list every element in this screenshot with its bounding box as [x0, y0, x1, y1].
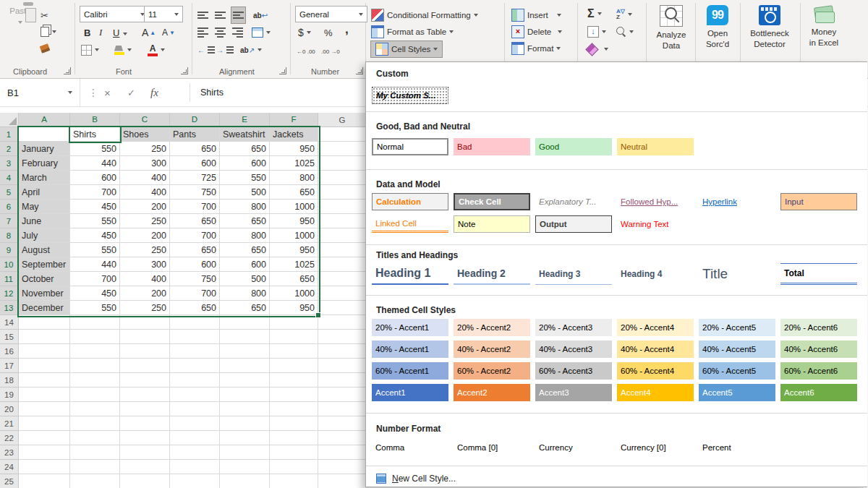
grid-cell-F8[interactable]: 1000 — [270, 228, 318, 243]
grid-cell-E24[interactable] — [220, 460, 270, 474]
cell-style-heading-3[interactable]: Heading 3 — [535, 263, 612, 285]
grid-cell-G24[interactable] — [318, 460, 367, 474]
grid-cell-D24[interactable] — [170, 460, 220, 474]
cell-style-warning-text[interactable]: Warning Text — [617, 215, 694, 233]
cell-style-followed-hyp-[interactable]: Followed Hyp... — [617, 193, 694, 210]
cell-style-60-accent3[interactable]: 60% - Accent3 — [535, 362, 612, 380]
cell-style-60-accent4[interactable]: 60% - Accent4 — [617, 362, 694, 380]
grid-cell-D17[interactable] — [170, 359, 220, 373]
grid-cell-E21[interactable] — [220, 416, 270, 431]
row-header-4[interactable]: 4 — [0, 171, 19, 185]
delete-button[interactable]: × Delete — [511, 24, 562, 40]
row-header-19[interactable]: 19 — [0, 388, 19, 402]
grid-cell-C21[interactable] — [120, 416, 170, 431]
open-sorcd-button[interactable]: 99 Open Sorc'd — [697, 4, 739, 50]
grid-cell-A24[interactable] — [19, 460, 70, 474]
grid-cell-C9[interactable]: 250 — [120, 243, 170, 257]
grid-cell-E6[interactable]: 800 — [220, 200, 270, 214]
sort-filter-button[interactable]: A▽Z — [616, 7, 632, 22]
cell-style-currency[interactable]: Currency — [535, 439, 612, 456]
bold-button[interactable]: B — [84, 25, 90, 40]
row-header-18[interactable]: 18 — [0, 373, 19, 388]
cell-style-40-accent1[interactable]: 40% - Accent1 — [372, 341, 448, 358]
row-header-1[interactable]: 1 — [0, 127, 19, 142]
cell-style-accent4[interactable]: Accent4 — [617, 384, 694, 401]
row-header-24[interactable]: 24 — [0, 460, 19, 474]
grid-cell-A22[interactable] — [19, 431, 70, 445]
cell-style-explanatory-t-[interactable]: Explanatory T... — [535, 193, 612, 210]
fill-handle[interactable] — [315, 312, 321, 318]
grid-cell-C17[interactable] — [120, 359, 170, 373]
row-header-14[interactable]: 14 — [0, 315, 19, 330]
grid-cell-F3[interactable]: 1025 — [270, 156, 318, 171]
row-header-20[interactable]: 20 — [0, 402, 19, 416]
borders-button[interactable] — [81, 42, 99, 58]
grid-cell-E5[interactable]: 500 — [220, 185, 270, 200]
grid-cell-E7[interactable]: 650 — [220, 214, 270, 228]
italic-button[interactable]: I — [99, 25, 102, 40]
grid-cell-A5[interactable]: April — [19, 185, 70, 200]
cell-style-output[interactable]: Output — [535, 215, 612, 233]
grid-cell-E15[interactable] — [220, 330, 270, 344]
grid-cell-A19[interactable] — [19, 388, 70, 402]
grid-cell-F25[interactable] — [270, 474, 318, 488]
center-button[interactable] — [215, 25, 226, 40]
grid-cell-F21[interactable] — [270, 416, 318, 431]
grid-cell-A15[interactable] — [19, 330, 70, 344]
new-cell-style-item[interactable]: New Cell Style... — [376, 471, 867, 487]
grid-cell-B15[interactable] — [70, 330, 120, 344]
grid-cell-E2[interactable]: 650 — [220, 142, 270, 156]
grid-cell-G11[interactable] — [318, 272, 367, 286]
grid-cell-A1[interactable] — [19, 127, 70, 142]
grid-cell-F12[interactable]: 1000 — [270, 286, 318, 301]
percent-button[interactable]: % — [324, 25, 333, 40]
insert-button[interactable]: Insert — [511, 7, 561, 23]
cell-style-20-accent2[interactable]: 20% - Accent2 — [454, 319, 530, 336]
grid-cell-A10[interactable]: September — [19, 257, 70, 272]
cell-style-heading-1[interactable]: Heading 1 — [372, 263, 448, 285]
grid-cell-C15[interactable] — [120, 330, 170, 344]
grid-cell-A3[interactable]: February — [19, 156, 70, 171]
grid-cell-A4[interactable]: March — [19, 171, 70, 185]
cell-style-heading-4[interactable]: Heading 4 — [617, 263, 694, 285]
grid-cell-D22[interactable] — [170, 431, 220, 445]
grid-cell-E4[interactable]: 550 — [220, 171, 270, 185]
grid-cell-A25[interactable] — [19, 474, 70, 488]
grid-cell-E10[interactable]: 600 — [220, 257, 270, 272]
cell-style-calculation[interactable]: Calculation — [372, 193, 448, 210]
grid-cell-F7[interactable]: 950 — [270, 214, 318, 228]
grid-cell-D9[interactable]: 650 — [170, 243, 220, 257]
cell-style-total[interactable]: Total — [780, 263, 857, 285]
autosum-button[interactable]: Σ — [587, 6, 602, 22]
grid-cell-E16[interactable] — [220, 344, 270, 359]
cell-style-40-accent4[interactable]: 40% - Accent4 — [617, 341, 694, 358]
cell-style-linked-cell[interactable]: Linked Cell — [372, 215, 448, 233]
cell-style-comma-0-[interactable]: Comma [0] — [454, 439, 530, 456]
grid-cell-E14[interactable] — [220, 315, 270, 330]
grid-cell-D16[interactable] — [170, 344, 220, 359]
grid-cell-G21[interactable] — [318, 416, 367, 431]
row-header-2[interactable]: 2 — [0, 142, 19, 156]
align-left-button[interactable] — [197, 25, 208, 40]
grid-cell-F23[interactable] — [270, 445, 318, 460]
grid-cell-F20[interactable] — [270, 402, 318, 416]
grid-cell-D1[interactable]: Pants — [170, 127, 220, 142]
grid-cell-B11[interactable]: 700 — [70, 272, 120, 286]
grid-cell-B8[interactable]: 450 — [70, 228, 120, 243]
grid-cell-G6[interactable] — [318, 200, 367, 214]
grow-font-button[interactable]: A▲ — [142, 25, 156, 40]
number-format-combo[interactable]: General — [295, 6, 367, 22]
grid-cell-B25[interactable] — [70, 474, 120, 488]
cell-style-40-accent2[interactable]: 40% - Accent2 — [454, 341, 530, 358]
clipboard-dialog-launcher-icon[interactable] — [64, 67, 71, 74]
comma-style-button[interactable]: , — [345, 22, 349, 38]
grid-cell-E22[interactable] — [220, 431, 270, 445]
grid-cell-F17[interactable] — [270, 359, 318, 373]
grid-cell-E25[interactable] — [220, 474, 270, 488]
grid-cell-B23[interactable] — [70, 445, 120, 460]
cell-style-60-accent2[interactable]: 60% - Accent2 — [454, 362, 530, 380]
cancel-button[interactable]: × — [104, 79, 111, 106]
grid-cell-C12[interactable]: 200 — [120, 286, 170, 301]
grid-cell-D23[interactable] — [170, 445, 220, 460]
grid-cell-B10[interactable]: 440 — [70, 257, 120, 272]
